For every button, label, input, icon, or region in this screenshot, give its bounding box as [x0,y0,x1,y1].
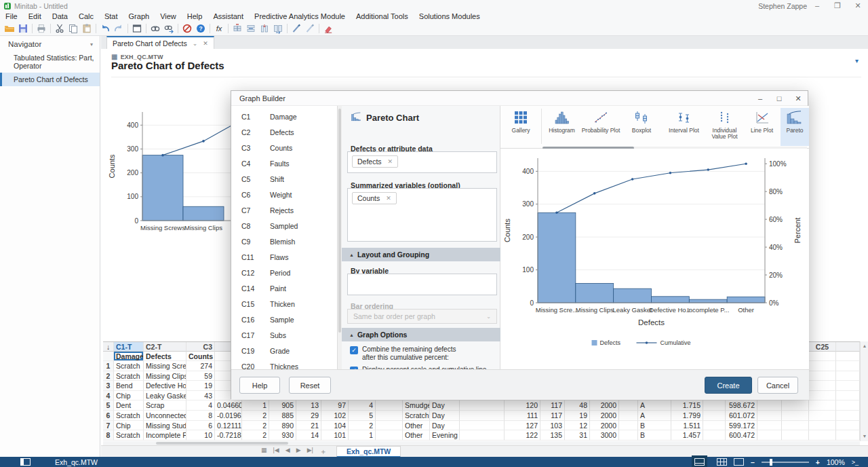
insert-rows-icon[interactable] [244,22,258,35]
select-icon[interactable] [303,22,317,35]
cell-r5-c15[interactable]: 117 [540,400,565,411]
cut-icon[interactable] [53,22,66,35]
redo-icon[interactable] [112,22,125,35]
column-item-c15[interactable]: C15Thicken [231,300,337,311]
cell-r6-c2[interactable]: Unconnected Wir [144,411,186,421]
cell-r8-c17[interactable]: 3000 [590,430,619,441]
cell-r5-c3[interactable]: 4 [186,400,215,411]
cell-r5-c7[interactable]: 13 [296,400,321,411]
menu-solutions-modules[interactable]: Solutions Modules [414,12,486,22]
cell-r1-c3[interactable]: 274 [186,361,215,371]
menu-view[interactable]: View [155,12,182,22]
cell-r7-c18[interactable] [619,421,638,431]
paste-icon[interactable] [80,22,94,35]
cell-r7-c16[interactable]: 12 [565,421,590,431]
cell-r8-c18[interactable] [619,430,638,441]
column-item-c5[interactable]: C5Shift [231,175,337,186]
cell-r7-c4[interactable]: 0.12111 [215,421,242,431]
cell-r5-c25[interactable] [809,400,836,411]
cell-r8-c7[interactable]: 14 [296,430,321,441]
zoom-slider[interactable] [762,462,809,463]
cell-r8-c14[interactable]: 122 [505,430,540,441]
column-item-c3[interactable]: C3Counts [231,144,337,155]
cell-r6-c23[interactable] [757,411,782,421]
row-number-5[interactable]: 5 [103,400,114,411]
add-worksheet-icon[interactable]: ＋ [319,447,327,457]
cell-r7-c9[interactable]: 2 [349,421,376,431]
cell-r7-c5[interactable]: 2 [242,421,269,431]
cell-r5-c10[interactable] [376,400,403,411]
cell-r8-c2[interactable]: Incomplete Part [144,430,186,441]
cell-r1-c26[interactable] [836,361,860,371]
worksheet-tab[interactable]: Exh_qc.MTW [336,446,401,457]
cancel-icon[interactable] [180,22,194,35]
cell-r6-c5[interactable]: 2 [242,411,269,421]
menu-edit[interactable]: Edit [23,12,47,22]
cell-r1-c25[interactable] [809,361,836,371]
insert-cells-icon[interactable] [231,22,244,35]
cell-r5-c24[interactable] [782,400,809,411]
cell-r7-c8[interactable]: 104 [321,421,349,431]
scroll-up-icon[interactable]: ▲ [861,342,868,350]
worksheet-list-icon[interactable]: ▦ [261,447,267,457]
column-item-c9[interactable]: C9Blemish [231,238,337,248]
restore-icon[interactable]: ❐ [827,0,848,12]
variable-name-2[interactable]: Defects [144,352,186,361]
row-number-2[interactable]: 2 [103,371,114,381]
column-header-1[interactable]: C1-T [114,342,144,352]
new-window-icon[interactable] [130,22,144,35]
row-number-8[interactable]: 8 [103,430,114,441]
cell-r6-c7[interactable]: 29 [296,411,321,421]
create-button[interactable]: Create [705,377,752,394]
undo-icon[interactable] [98,22,112,35]
gallery-item-boxplot[interactable]: Boxplot [621,108,662,146]
cell-r7-c23[interactable] [757,421,782,431]
variable-name-25[interactable] [809,352,836,361]
scroll-down-icon[interactable]: ▼ [861,432,868,441]
cell-r7-c6[interactable]: 890 [269,421,296,431]
column-header-26[interactable] [836,342,860,352]
last-worksheet-icon[interactable]: ▶| [307,447,313,457]
cell-r7-c21[interactable] [703,421,726,431]
split-view-icon[interactable] [694,458,705,466]
cell-r6-c1[interactable]: Scratch [114,411,144,421]
cell-r6-c18[interactable] [619,411,638,421]
row-number-6[interactable]: 6 [103,411,114,421]
copy-icon[interactable] [66,22,80,35]
gallery-item-probability-plot[interactable]: Probability Plot [580,108,621,146]
select-all-corner[interactable]: ↓ [103,342,114,352]
cell-r2-c25[interactable] [809,371,836,381]
cell-r7-c25[interactable] [809,421,836,431]
cell-r7-c7[interactable]: 21 [296,421,321,431]
navigator-collapse-icon[interactable]: ▾ [90,41,93,48]
cell-r3-c3[interactable]: 19 [186,381,215,391]
cell-r6-c3[interactable]: 8 [186,411,215,421]
cell-r6-c8[interactable]: 102 [321,411,349,421]
formula-icon[interactable]: fx [212,22,226,35]
column-item-c7[interactable]: C7Rejects [231,206,337,217]
previous-worksheet-icon[interactable]: ◀ [285,447,290,457]
cell-r5-c22[interactable]: 598.672 [726,400,757,411]
menu-data[interactable]: Data [47,12,73,22]
cell-r7-c17[interactable]: 2000 [590,421,619,431]
cell-r7-c3[interactable]: 6 [186,421,215,431]
cell-r7-c12[interactable]: Day [430,421,460,431]
eraser-icon[interactable] [321,22,335,35]
cell-r4-c26[interactable] [836,391,860,401]
cell-r5-c17[interactable]: 2000 [590,400,619,411]
cell-r8-c26[interactable] [836,430,860,441]
cell-r8-c20[interactable]: 1.457 [671,430,703,441]
menu-help[interactable]: Help [182,12,208,22]
cell-r7-c24[interactable] [782,421,809,431]
cell-r5-c8[interactable]: 97 [321,400,349,411]
cell-r5-c21[interactable] [703,400,726,411]
close-icon[interactable]: ✕ [848,0,868,12]
column-item-c12[interactable]: C12Period [231,269,337,280]
cell-r5-c6[interactable]: 905 [269,400,296,411]
column-item-c11[interactable]: C11Flaws [231,253,337,264]
cell-r5-c12[interactable]: Day [430,400,460,411]
cell-r5-c16[interactable]: 48 [565,400,590,411]
help-button[interactable]: Help [239,377,280,394]
column-item-c19[interactable]: C19Grade [231,347,337,358]
cell-r6-c6[interactable]: 885 [269,411,296,421]
